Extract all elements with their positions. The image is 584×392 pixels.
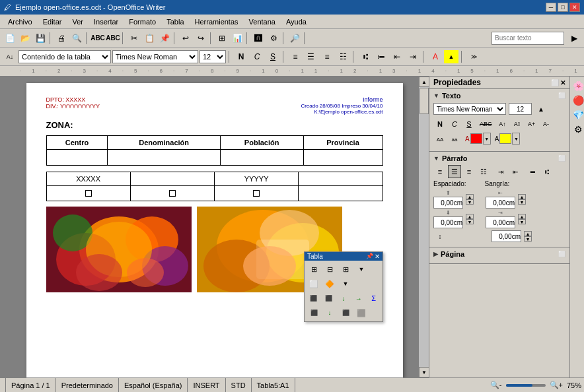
menu-formato[interactable]: Formato — [124, 16, 161, 27]
indent-more-button[interactable]: ⇥ — [406, 50, 420, 63]
highlight-button[interactable]: ▲ — [444, 50, 458, 63]
menu-ver[interactable]: Ver — [67, 16, 89, 27]
tabla-delete-rows[interactable]: ↓ — [337, 292, 351, 305]
search-next-button[interactable]: ▶ — [567, 31, 581, 46]
align-right-button[interactable]: ≡ — [320, 50, 334, 63]
para-indent-more[interactable]: ⇥ — [494, 165, 507, 178]
menu-tabla[interactable]: Tabla — [161, 16, 189, 27]
yyyyy-cell[interactable]: YYYYY — [215, 172, 299, 185]
side-icon-3[interactable]: 💎 — [571, 108, 584, 121]
tabla-optimize-1[interactable]: ⬛ — [307, 306, 321, 319]
justify-button[interactable]: ☷ — [336, 50, 350, 63]
cell-1[interactable] — [46, 150, 108, 166]
checkbox-2[interactable] — [131, 186, 215, 201]
tabla-insert-rows[interactable]: ⬛ — [307, 292, 320, 305]
first-indent-input[interactable] — [492, 230, 521, 242]
props-close-icon[interactable]: ✕ — [560, 79, 566, 86]
checkbox-square-3[interactable] — [253, 190, 260, 197]
props-size-bigger[interactable]: A+ — [525, 117, 538, 131]
props-upper-button[interactable]: AA — [433, 133, 447, 146]
zoom-slider[interactable] — [506, 384, 546, 387]
sangria-left-down[interactable]: ▼ — [518, 199, 526, 205]
checkbox-4[interactable] — [299, 186, 382, 201]
cell-4[interactable] — [303, 150, 383, 166]
search-box[interactable] — [492, 32, 564, 45]
spellcheck-button[interactable]: ABC — [91, 31, 105, 46]
font-color-dropdown[interactable]: ▼ — [483, 133, 491, 145]
para-align-left[interactable]: ≡ — [433, 165, 447, 178]
tabla-more-1[interactable]: ▼ — [354, 263, 369, 276]
tabla-optimize-2[interactable]: ↓ — [322, 306, 337, 319]
spacing-below-up[interactable]: ▲ — [466, 214, 474, 219]
properties-button[interactable]: ⚙ — [266, 31, 281, 46]
parrafo-options-icon[interactable]: ⬜ — [558, 155, 566, 162]
sangria-right-input[interactable] — [486, 216, 515, 228]
texto-section-header[interactable]: ▼ Texto ⬜ — [433, 92, 566, 100]
checkbox-square-1[interactable] — [85, 190, 92, 197]
indent-less-button[interactable]: ⇤ — [390, 50, 404, 63]
line-spacing-btn[interactable]: ↕ — [433, 230, 447, 243]
zoom-in-button[interactable]: 🔍+ — [550, 381, 563, 389]
find-button[interactable]: 🔎 — [287, 31, 302, 46]
minimize-button[interactable]: ─ — [546, 3, 556, 12]
side-icon-1[interactable]: 🌸 — [571, 79, 584, 92]
menu-ventana[interactable]: Ventana — [244, 16, 281, 27]
maximize-button[interactable]: □ — [558, 3, 568, 12]
preview-button[interactable]: 🔍 — [69, 31, 84, 46]
more-button[interactable]: ≫ — [466, 50, 481, 63]
spacing-above-down[interactable]: ▼ — [466, 199, 474, 205]
para-justify[interactable]: ☷ — [477, 165, 490, 178]
zoom-out-button[interactable]: 🔍- — [490, 381, 502, 389]
tabla-delete-cols[interactable]: → — [351, 292, 365, 305]
para-indent-less[interactable]: ⇤ — [509, 165, 522, 178]
spacing-above-up[interactable]: ▲ — [466, 194, 474, 199]
scroll-thumb[interactable] — [420, 88, 429, 114]
props-shadow-button[interactable]: A⃝ — [511, 117, 524, 131]
print-button[interactable]: 🖨 — [54, 31, 69, 46]
size-select[interactable]: 12 — [200, 50, 226, 63]
spacing-below-down[interactable]: ▼ — [466, 219, 474, 224]
highlight-swatch[interactable] — [499, 133, 511, 144]
checkbox-3[interactable] — [215, 186, 299, 201]
first-indent-down[interactable]: ▼ — [524, 236, 532, 242]
image-fruits-1[interactable] — [46, 207, 192, 292]
cell-2[interactable] — [108, 150, 220, 166]
sangria-left-up[interactable]: ▲ — [518, 194, 526, 199]
tabla-pin-icon[interactable]: 📌 — [366, 253, 373, 260]
font-color-button[interactable]: A — [428, 50, 443, 63]
spacing-above-input[interactable] — [433, 197, 463, 209]
checkbox-square-2[interactable] — [169, 190, 176, 197]
italic-button[interactable]: C — [250, 50, 264, 63]
para-align-right[interactable]: ≡ — [462, 165, 476, 178]
props-bold-button[interactable]: N — [433, 117, 447, 131]
para-align-center[interactable]: ☰ — [448, 165, 461, 178]
scroll-down-button[interactable]: ▼ — [419, 367, 429, 377]
props-underline-button[interactable]: S — [462, 117, 476, 131]
open-button[interactable]: 📂 — [18, 31, 32, 46]
pagina-section-header[interactable]: ▶ Página ⬜ — [433, 250, 566, 258]
bullets-button[interactable]: ≔ — [374, 50, 388, 63]
props-superscript-button[interactable]: A↑ — [496, 117, 509, 131]
sangria-right-up[interactable]: ▲ — [518, 214, 526, 219]
cut-button[interactable]: ✂ — [127, 31, 141, 46]
undo-button[interactable]: ↩ — [178, 31, 193, 46]
font-select[interactable]: Times New Roman — [112, 50, 198, 63]
menu-archivo[interactable]: Archivo — [3, 16, 38, 27]
props-size-up-button[interactable]: ▲ — [534, 102, 548, 115]
style-mode-button[interactable]: A↓ — [3, 49, 17, 64]
props-size-smaller[interactable]: A- — [540, 117, 553, 131]
highlight-dropdown[interactable]: ▼ — [512, 133, 520, 145]
main-table[interactable]: Centro Denominación Población Provincia — [46, 135, 383, 166]
empty-cell-1[interactable] — [131, 172, 215, 185]
tabla-optimize-3[interactable]: ⬛ — [338, 306, 353, 319]
align-center-button[interactable]: ☰ — [304, 50, 318, 63]
parrafo-section-header[interactable]: ▼ Párrafo ⬜ — [433, 154, 566, 162]
menu-editar[interactable]: Editar — [38, 16, 67, 27]
underline-button[interactable]: S — [266, 50, 280, 63]
pagina-options-icon[interactable]: ⬜ — [558, 251, 566, 257]
tabla-more-2[interactable]: ▼ — [338, 277, 353, 290]
first-indent-up[interactable]: ▲ — [524, 231, 532, 236]
texto-options-icon[interactable]: ⬜ — [558, 92, 566, 99]
redo-button[interactable]: ↪ — [194, 31, 208, 46]
spacing-below-input[interactable] — [433, 216, 463, 228]
